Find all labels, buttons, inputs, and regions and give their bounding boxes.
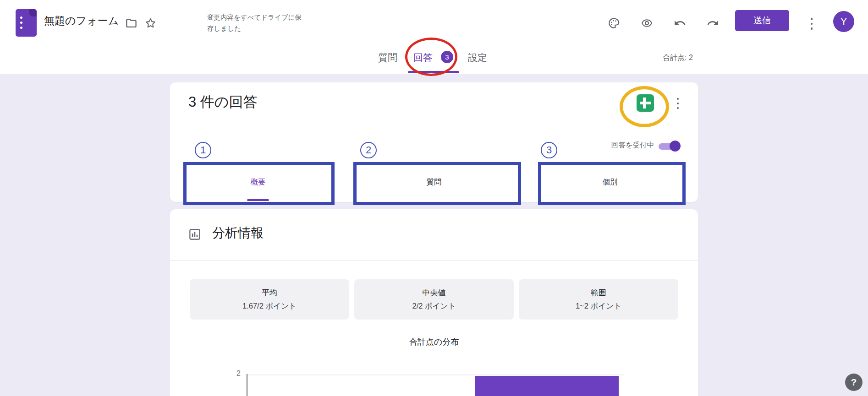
chart-gridline [247,374,624,375]
stats-row: 平均 1.67/2 ポイント 中央値 2/2 ポイント 範囲 1~2 ポイント [190,279,678,320]
stat-label: 平均 [262,288,277,298]
responses-count-title: 3 件の回答 [188,92,258,112]
annotation-red-circle [405,38,457,76]
insights-header: 分析情報 [170,209,698,260]
save-status-text: 変更内容をすべてドライブに保存しました [207,12,304,34]
insights-card: 分析情報 平均 1.67/2 ポイント 中央値 2/2 ポイント 範囲 1~2 … [170,209,698,396]
total-points-label: 合計点: 2 [663,53,693,63]
send-button[interactable]: 送信 [735,10,789,31]
undo-icon[interactable] [670,13,690,33]
chart-y-axis [247,374,247,396]
insights-title: 分析情報 [212,224,264,242]
annotation-yellow-circle [620,86,669,127]
google-forms-responses-page: 無題のフォーム 変更内容をすべてドライブに保存しました [0,0,868,396]
help-button[interactable]: ? [845,374,863,391]
stat-label: 中央値 [423,288,446,298]
chart-bar-score-2 [475,376,619,396]
stat-label: 範囲 [591,288,606,298]
folder-icon[interactable] [121,13,141,33]
annotation-blue-box-question [353,162,521,205]
stat-value: 1.67/2 ポイント [242,301,297,311]
palette-icon[interactable] [604,13,624,33]
tab-settings[interactable]: 設定 [468,51,487,64]
logo-fold [29,9,37,16]
logo-list-row [20,27,22,29]
toggle-knob [670,141,681,152]
preview-eye-icon[interactable] [637,13,657,33]
more-menu-icon[interactable] [802,14,822,34]
annotation-step-number-2: 2 [360,142,377,158]
stat-median: 中央値 2/2 ポイント [354,279,514,320]
redo-icon[interactable] [703,13,723,33]
account-avatar[interactable]: Y [833,11,854,32]
accepting-responses-toggle[interactable] [658,140,681,152]
annotation-step-number-3: 3 [541,142,557,158]
divider [170,260,698,260]
logo-list-row [20,16,22,19]
annotation-blue-box-summary [183,162,335,205]
stat-average: 平均 1.67/2 ポイント [190,279,349,320]
responses-more-menu-icon[interactable] [672,96,683,111]
annotation-step-number-1: 1 [195,142,211,158]
star-icon[interactable] [140,13,160,33]
logo-list-row [20,22,22,24]
annotation-blue-box-individual [538,162,686,205]
stat-range: 範囲 1~2 ポイント [519,279,678,320]
tab-questions[interactable]: 質問 [378,51,397,64]
chart-ytick-2: 2 [227,369,241,378]
accepting-responses-label: 回答を受付中 [611,141,654,150]
form-title[interactable]: 無題のフォーム [44,14,119,28]
stat-value: 1~2 ポイント [576,301,621,311]
stat-value: 2/2 ポイント [412,301,456,311]
chart-title: 合計点の分布 [170,336,698,347]
google-forms-logo-icon[interactable] [16,9,37,37]
bar-chart-icon [188,228,202,243]
